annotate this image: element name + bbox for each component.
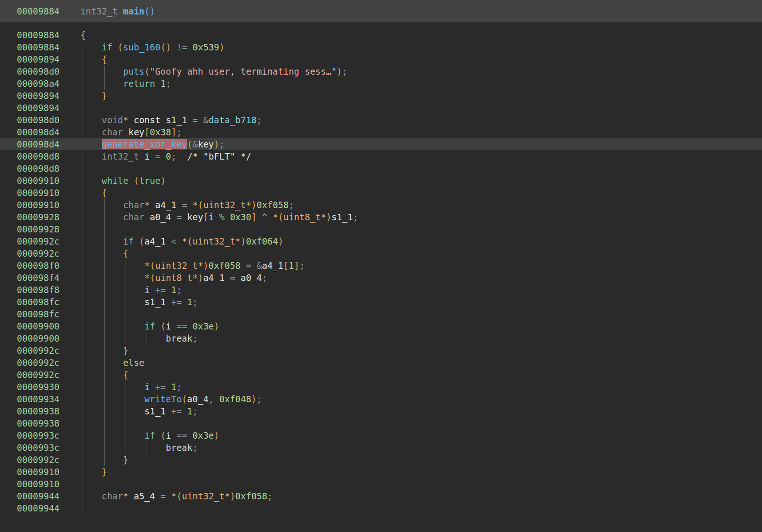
token[interactable]: * (182, 236, 187, 246)
token[interactable]: * (171, 491, 176, 501)
token[interactable]: char (102, 491, 123, 501)
token[interactable]: return (123, 78, 155, 89)
token[interactable]: { (123, 370, 128, 380)
token[interactable]: ; (353, 212, 358, 222)
token[interactable]: ( (150, 260, 155, 271)
code-line[interactable]: 00009900 if (i == 0x3e) (0, 320, 762, 332)
line-address[interactable]: 00009938 (0, 405, 80, 417)
token[interactable]: puts (123, 66, 145, 77)
line-address[interactable]: 00009944 (0, 502, 80, 514)
token[interactable]: s1_1 (144, 297, 166, 307)
token[interactable]: ] (171, 127, 176, 137)
token[interactable]: 0 (166, 151, 171, 161)
token[interactable]: = (240, 260, 256, 271)
token[interactable] (150, 200, 155, 210)
line-address[interactable]: 00009944 (0, 490, 80, 502)
token[interactable]: ; (262, 273, 267, 283)
token[interactable]: else (123, 357, 145, 368)
token[interactable]: uint32_t (203, 200, 246, 210)
code-line[interactable]: 00009884{ (0, 29, 762, 41)
line-address[interactable]: 00009930 (0, 381, 80, 393)
token[interactable]: a4_1 (155, 200, 176, 210)
token[interactable]: ) (166, 42, 171, 52)
token[interactable]: 0xf058 (209, 260, 241, 271)
token[interactable]: ; (192, 442, 198, 453)
token[interactable]: while (102, 175, 128, 186)
code-line[interactable]: 000098d8 int32_t i = 0; /* "bFLT" */ (0, 150, 762, 162)
token[interactable]: ; (257, 115, 262, 125)
function-header-bar[interactable]: 00009884int32_t main() (0, 0, 762, 22)
token[interactable]: data_b718 (209, 115, 257, 125)
token[interactable]: i (144, 285, 149, 295)
token[interactable]: < (166, 236, 182, 246)
token[interactable]: 1 (187, 406, 192, 416)
token[interactable]: s1_1 (144, 406, 166, 416)
token[interactable]: += (150, 285, 171, 295)
token[interactable]: 1 (171, 382, 176, 392)
code-line[interactable]: 000098d4 generate_xor_key(&key); (0, 138, 762, 150)
token[interactable]: ; (289, 200, 294, 210)
token[interactable]: uint32_t (155, 260, 198, 271)
token[interactable] (128, 491, 134, 501)
line-address[interactable]: 000098fc (0, 296, 80, 308)
token[interactable] (155, 430, 160, 441)
token[interactable] (123, 127, 128, 137)
token[interactable]: if (102, 42, 113, 52)
token[interactable]: { (80, 30, 85, 40)
line-address[interactable]: 0000992c (0, 235, 80, 247)
token[interactable]: [ (144, 127, 149, 137)
token[interactable]: * (321, 212, 326, 222)
token[interactable]: { (102, 54, 107, 64)
token[interactable]: 1 (289, 260, 294, 271)
token[interactable]: 0x3e (192, 430, 214, 441)
token[interactable]: * (123, 115, 128, 125)
code-line[interactable]: 0000992c { (0, 369, 762, 381)
token[interactable] (128, 175, 134, 186)
code-line[interactable]: 00009910 (0, 478, 762, 490)
token[interactable]: 1 (171, 285, 176, 295)
token[interactable]: ( (161, 430, 166, 441)
token[interactable]: ) (251, 394, 256, 404)
token[interactable]: != (171, 42, 193, 52)
token[interactable] (128, 115, 134, 125)
code-line[interactable]: 0000993c if (i == 0x3e) (0, 429, 762, 441)
token[interactable]: char (102, 127, 123, 137)
code-line[interactable]: 00009938 (0, 417, 762, 429)
token[interactable]: == (171, 321, 193, 331)
line-address[interactable]: 0000992c (0, 454, 80, 466)
token[interactable]: * (144, 260, 149, 271)
line-address[interactable]: 00009910 (0, 187, 80, 199)
token[interactable]: ; (192, 406, 198, 416)
code-line[interactable]: 00009894 { (0, 53, 762, 65)
code-line[interactable]: 0000992c } (0, 344, 762, 357)
token[interactable]: s1_1 (332, 212, 353, 222)
line-address[interactable]: 000098d0 (0, 65, 80, 77)
token[interactable]: ; (299, 260, 304, 271)
token[interactable]: { (102, 188, 107, 198)
token[interactable]: ) (251, 200, 256, 210)
token[interactable]: ) (198, 273, 203, 283)
token[interactable]: ) (326, 212, 331, 222)
code-line[interactable]: 000098d0 puts("Goofy ahh user, terminati… (0, 65, 762, 77)
token[interactable]: } (123, 345, 128, 356)
token[interactable]: * (192, 273, 198, 283)
line-address[interactable]: 0000992c (0, 344, 80, 357)
token[interactable] (225, 212, 230, 222)
line-address[interactable]: 00009894 (0, 53, 80, 65)
token[interactable]: ( (182, 394, 187, 404)
token[interactable] (113, 42, 118, 52)
token[interactable]: ) (203, 260, 208, 271)
token[interactable]: ; (176, 285, 182, 295)
token[interactable] (139, 151, 144, 161)
code-line[interactable]: 000098f4 *(uint8_t*)a4_1 = a0_4; (0, 272, 762, 284)
line-address[interactable]: 000098d8 (0, 162, 80, 175)
line-address[interactable]: 0000992c (0, 357, 80, 369)
token[interactable]: ; (171, 151, 176, 161)
line-address[interactable]: 000098a4 (0, 77, 80, 90)
line-address[interactable]: 00009910 (0, 478, 80, 490)
token[interactable] (155, 321, 160, 331)
token[interactable]: a4_1 (144, 236, 166, 246)
code-line[interactable]: 00009938 s1_1 += 1; (0, 405, 762, 417)
token[interactable]: * (273, 212, 278, 222)
token[interactable]: uint8_t (155, 273, 192, 283)
